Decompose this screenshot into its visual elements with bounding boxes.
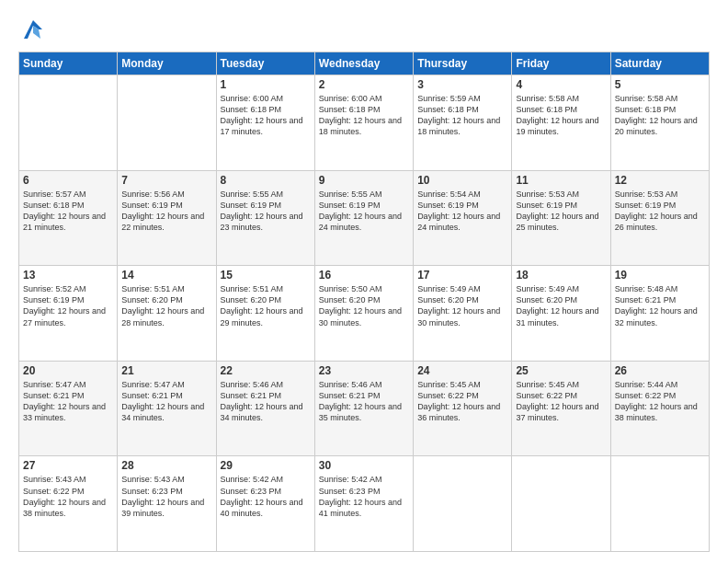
day-info: Sunrise: 6:00 AM Sunset: 6:18 PM Dayligh… xyxy=(319,93,409,138)
day-info: Sunrise: 5:45 AM Sunset: 6:22 PM Dayligh… xyxy=(516,379,606,424)
day-number: 15 xyxy=(221,269,311,282)
calendar-cell: 27Sunrise: 5:43 AM Sunset: 6:22 PM Dayli… xyxy=(19,456,118,552)
calendar-cell: 14Sunrise: 5:51 AM Sunset: 6:20 PM Dayli… xyxy=(118,266,216,362)
day-number: 26 xyxy=(615,364,705,377)
logo xyxy=(18,17,46,42)
day-info: Sunrise: 5:48 AM Sunset: 6:21 PM Dayligh… xyxy=(615,283,705,328)
day-info: Sunrise: 6:00 AM Sunset: 6:18 PM Dayligh… xyxy=(221,93,311,138)
day-number: 22 xyxy=(221,364,311,377)
calendar-header-row: SundayMondayTuesdayWednesdayThursdayFrid… xyxy=(19,52,710,75)
calendar-cell xyxy=(610,456,709,552)
day-info: Sunrise: 5:49 AM Sunset: 6:20 PM Dayligh… xyxy=(516,283,606,328)
calendar-cell: 16Sunrise: 5:50 AM Sunset: 6:20 PM Dayli… xyxy=(314,266,413,362)
day-number: 6 xyxy=(23,174,113,187)
calendar-cell: 21Sunrise: 5:47 AM Sunset: 6:21 PM Dayli… xyxy=(118,361,216,456)
day-number: 16 xyxy=(319,269,409,282)
calendar-cell: 12Sunrise: 5:53 AM Sunset: 6:19 PM Dayli… xyxy=(610,170,709,266)
day-info: Sunrise: 5:53 AM Sunset: 6:19 PM Dayligh… xyxy=(516,189,606,234)
day-info: Sunrise: 5:57 AM Sunset: 6:18 PM Dayligh… xyxy=(23,189,113,234)
day-number: 14 xyxy=(121,269,211,282)
day-info: Sunrise: 5:43 AM Sunset: 6:23 PM Dayligh… xyxy=(121,474,211,519)
calendar-cell: 26Sunrise: 5:44 AM Sunset: 6:22 PM Dayli… xyxy=(610,361,709,456)
day-number: 25 xyxy=(516,364,606,377)
calendar-cell: 4Sunrise: 5:58 AM Sunset: 6:18 PM Daylig… xyxy=(512,75,610,171)
day-info: Sunrise: 5:42 AM Sunset: 6:23 PM Dayligh… xyxy=(319,474,409,519)
day-number: 9 xyxy=(319,174,409,187)
logo-icon xyxy=(20,17,46,42)
day-info: Sunrise: 5:54 AM Sunset: 6:19 PM Dayligh… xyxy=(417,189,507,234)
calendar-cell: 5Sunrise: 5:58 AM Sunset: 6:18 PM Daylig… xyxy=(610,75,709,171)
calendar-cell: 2Sunrise: 6:00 AM Sunset: 6:18 PM Daylig… xyxy=(314,75,413,171)
calendar-header-thursday: Thursday xyxy=(414,52,512,75)
day-number: 8 xyxy=(221,174,311,187)
day-info: Sunrise: 5:51 AM Sunset: 6:20 PM Dayligh… xyxy=(121,283,211,328)
day-number: 23 xyxy=(319,364,409,377)
calendar-cell: 11Sunrise: 5:53 AM Sunset: 6:19 PM Dayli… xyxy=(512,170,610,266)
calendar-header-wednesday: Wednesday xyxy=(314,52,413,75)
day-info: Sunrise: 5:51 AM Sunset: 6:20 PM Dayligh… xyxy=(221,283,311,328)
calendar-cell: 3Sunrise: 5:59 AM Sunset: 6:18 PM Daylig… xyxy=(414,75,512,171)
day-number: 18 xyxy=(516,269,606,282)
day-number: 28 xyxy=(121,459,211,472)
day-number: 17 xyxy=(417,269,507,282)
calendar-cell: 13Sunrise: 5:52 AM Sunset: 6:19 PM Dayli… xyxy=(19,266,118,362)
day-info: Sunrise: 5:49 AM Sunset: 6:20 PM Dayligh… xyxy=(417,283,507,328)
day-info: Sunrise: 5:47 AM Sunset: 6:21 PM Dayligh… xyxy=(121,379,211,424)
calendar-week-5: 27Sunrise: 5:43 AM Sunset: 6:22 PM Dayli… xyxy=(19,456,710,552)
day-number: 7 xyxy=(121,174,211,187)
day-info: Sunrise: 5:52 AM Sunset: 6:19 PM Dayligh… xyxy=(23,283,113,328)
calendar-cell: 30Sunrise: 5:42 AM Sunset: 6:23 PM Dayli… xyxy=(314,456,413,552)
day-info: Sunrise: 5:46 AM Sunset: 6:21 PM Dayligh… xyxy=(319,379,409,424)
calendar-week-2: 6Sunrise: 5:57 AM Sunset: 6:18 PM Daylig… xyxy=(19,170,710,266)
calendar-cell: 19Sunrise: 5:48 AM Sunset: 6:21 PM Dayli… xyxy=(610,266,709,362)
calendar-cell xyxy=(414,456,512,552)
calendar-cell: 25Sunrise: 5:45 AM Sunset: 6:22 PM Dayli… xyxy=(512,361,610,456)
day-info: Sunrise: 5:53 AM Sunset: 6:19 PM Dayligh… xyxy=(615,189,705,234)
day-info: Sunrise: 5:58 AM Sunset: 6:18 PM Dayligh… xyxy=(516,93,606,138)
day-number: 5 xyxy=(615,78,705,91)
calendar-week-1: 1Sunrise: 6:00 AM Sunset: 6:18 PM Daylig… xyxy=(19,75,710,171)
calendar-cell: 8Sunrise: 5:55 AM Sunset: 6:19 PM Daylig… xyxy=(216,170,314,266)
day-info: Sunrise: 5:46 AM Sunset: 6:21 PM Dayligh… xyxy=(221,379,311,424)
day-info: Sunrise: 5:55 AM Sunset: 6:19 PM Dayligh… xyxy=(221,189,311,234)
day-number: 12 xyxy=(615,174,705,187)
calendar-header-monday: Monday xyxy=(118,52,216,75)
header xyxy=(18,17,710,42)
calendar-cell: 24Sunrise: 5:45 AM Sunset: 6:22 PM Dayli… xyxy=(414,361,512,456)
day-info: Sunrise: 5:50 AM Sunset: 6:20 PM Dayligh… xyxy=(319,283,409,328)
day-number: 11 xyxy=(516,174,606,187)
day-number: 10 xyxy=(417,174,507,187)
calendar-week-4: 20Sunrise: 5:47 AM Sunset: 6:21 PM Dayli… xyxy=(19,361,710,456)
day-info: Sunrise: 5:56 AM Sunset: 6:19 PM Dayligh… xyxy=(121,189,211,234)
day-number: 21 xyxy=(121,364,211,377)
page: SundayMondayTuesdayWednesdayThursdayFrid… xyxy=(0,0,728,563)
calendar-cell: 6Sunrise: 5:57 AM Sunset: 6:18 PM Daylig… xyxy=(19,170,118,266)
calendar-cell xyxy=(512,456,610,552)
calendar-header-saturday: Saturday xyxy=(610,52,709,75)
day-info: Sunrise: 5:47 AM Sunset: 6:21 PM Dayligh… xyxy=(23,379,113,424)
day-number: 1 xyxy=(221,78,311,91)
calendar-header-sunday: Sunday xyxy=(19,52,118,75)
calendar-week-3: 13Sunrise: 5:52 AM Sunset: 6:19 PM Dayli… xyxy=(19,266,710,362)
calendar-cell xyxy=(118,75,216,171)
calendar-cell: 15Sunrise: 5:51 AM Sunset: 6:20 PM Dayli… xyxy=(216,266,314,362)
day-number: 19 xyxy=(615,269,705,282)
day-number: 27 xyxy=(23,459,113,472)
calendar-cell xyxy=(19,75,118,171)
calendar-header-tuesday: Tuesday xyxy=(216,52,314,75)
calendar-table: SundayMondayTuesdayWednesdayThursdayFrid… xyxy=(18,52,710,552)
day-info: Sunrise: 5:43 AM Sunset: 6:22 PM Dayligh… xyxy=(23,474,113,519)
calendar-cell: 28Sunrise: 5:43 AM Sunset: 6:23 PM Dayli… xyxy=(118,456,216,552)
calendar-cell: 10Sunrise: 5:54 AM Sunset: 6:19 PM Dayli… xyxy=(414,170,512,266)
day-number: 29 xyxy=(221,459,311,472)
day-number: 3 xyxy=(417,78,507,91)
day-number: 4 xyxy=(516,78,606,91)
day-number: 24 xyxy=(417,364,507,377)
day-info: Sunrise: 5:44 AM Sunset: 6:22 PM Dayligh… xyxy=(615,379,705,424)
day-info: Sunrise: 5:59 AM Sunset: 6:18 PM Dayligh… xyxy=(417,93,507,138)
calendar-cell: 1Sunrise: 6:00 AM Sunset: 6:18 PM Daylig… xyxy=(216,75,314,171)
calendar-cell: 29Sunrise: 5:42 AM Sunset: 6:23 PM Dayli… xyxy=(216,456,314,552)
day-info: Sunrise: 5:42 AM Sunset: 6:23 PM Dayligh… xyxy=(221,474,311,519)
calendar-cell: 9Sunrise: 5:55 AM Sunset: 6:19 PM Daylig… xyxy=(314,170,413,266)
day-number: 30 xyxy=(319,459,409,472)
